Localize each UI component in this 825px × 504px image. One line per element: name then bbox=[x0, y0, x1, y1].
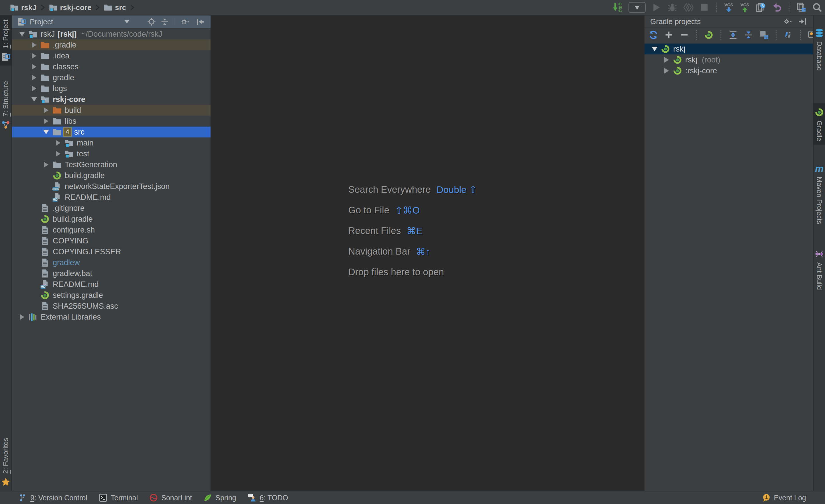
shortcut-hint: Recent Files⌘E bbox=[348, 225, 477, 237]
chevron-collapsed-icon[interactable] bbox=[40, 118, 52, 124]
project-tree-item-gradlew-bat[interactable]: gradlew.bat bbox=[12, 268, 211, 279]
status-bar-left: 9: Version ControlTerminalSonarLintSprin… bbox=[18, 493, 288, 502]
statusbar-sonarlint[interactable]: SonarLint bbox=[149, 493, 192, 502]
project-tree-item-readme-md[interactable]: MDREADME.md bbox=[12, 192, 211, 203]
project-tree-item-gradlew[interactable]: gradlew bbox=[12, 257, 211, 268]
project-locate-icon[interactable] bbox=[147, 17, 156, 26]
chevron-collapsed-icon[interactable] bbox=[16, 314, 28, 320]
tool-stripe-button-7-structure[interactable]: 7: Structure bbox=[0, 77, 12, 134]
chevron-collapsed-icon[interactable] bbox=[28, 86, 40, 91]
chevron-expanded-icon[interactable] bbox=[649, 47, 661, 51]
project-tree-item-main[interactable]: main bbox=[12, 138, 211, 148]
gradle-gradle-button[interactable] bbox=[704, 30, 714, 40]
chevron-collapsed-icon[interactable] bbox=[28, 64, 40, 70]
statusbar-event-log[interactable]: 1Event Log bbox=[762, 493, 806, 502]
project-tree-item-copying-lesser[interactable]: COPYING.LESSER bbox=[12, 246, 211, 257]
project-tree-item-classes[interactable]: classes bbox=[12, 61, 211, 72]
tool-stripe-button-2-favorites[interactable]: 2: Favorites bbox=[0, 434, 12, 491]
vcs-update-button[interactable]: VCS bbox=[723, 2, 734, 13]
project-tree-item--idea[interactable]: .idea bbox=[12, 51, 211, 61]
search-everywhere-button[interactable] bbox=[812, 2, 823, 13]
project-tree-item-gradle[interactable]: gradle bbox=[12, 72, 211, 83]
statusbar-9-version-control[interactable]: 9: Version Control bbox=[18, 493, 87, 502]
vcs-commit-button[interactable]: VCS bbox=[739, 2, 750, 13]
statusbar-spring[interactable]: Spring bbox=[203, 493, 236, 502]
project-tree-item-networkstateexportertest-json[interactable]: JSONnetworkStateExporterTest.json bbox=[12, 181, 211, 192]
stop-button[interactable] bbox=[699, 2, 710, 13]
project-tree-item--gitignore[interactable]: .gitignore bbox=[12, 203, 211, 214]
breadcrumb-label: rskj-core bbox=[60, 3, 92, 12]
binary-diff-button[interactable]: 011001 bbox=[612, 2, 623, 13]
chevron-collapsed-icon[interactable] bbox=[28, 75, 40, 80]
gradle-minus-button[interactable] bbox=[679, 30, 689, 40]
project-tree-item-copying[interactable]: COPYING bbox=[12, 235, 211, 246]
tool-stripe-button-gradle[interactable]: Gradle bbox=[813, 103, 825, 145]
project-tree-item-src[interactable]: 4src bbox=[12, 127, 211, 138]
project-tree-item-test[interactable]: test bbox=[12, 148, 211, 159]
compare-structure-button[interactable] bbox=[796, 2, 807, 13]
run-with-coverage-button[interactable] bbox=[683, 2, 694, 13]
tool-stripe-button-ant-build[interactable]: Ant Build bbox=[813, 245, 825, 294]
folder-icon bbox=[52, 116, 62, 126]
gradle-tree-item-rskj[interactable]: rskj bbox=[645, 44, 813, 55]
gradle-collapse-all2-button[interactable] bbox=[744, 30, 753, 40]
gradle-refresh-button[interactable] bbox=[649, 30, 658, 40]
project-tree-item-external-libraries[interactable]: External Libraries bbox=[12, 312, 211, 322]
file-text-icon bbox=[40, 203, 50, 213]
project-tree-item-rskj-core[interactable]: rskj-core bbox=[12, 94, 211, 105]
shortcut-keys: ⇧⌘O bbox=[395, 205, 420, 216]
tool-stripe-button-1-project[interactable]: 1: Project bbox=[0, 15, 12, 66]
tool-stripe-button-maven-projects[interactable]: mMaven Projects bbox=[813, 160, 825, 228]
chevron-collapsed-icon[interactable] bbox=[28, 53, 40, 59]
folder-module-icon bbox=[64, 138, 74, 148]
chevron-collapsed-icon[interactable] bbox=[28, 42, 40, 48]
chevron-collapsed-icon[interactable] bbox=[40, 107, 52, 113]
rollback-button[interactable] bbox=[771, 2, 782, 13]
gradle-hide-right-icon[interactable] bbox=[798, 17, 807, 26]
chevron-expanded-icon[interactable] bbox=[40, 130, 52, 134]
chevron-expanded-icon[interactable] bbox=[28, 97, 40, 102]
project-tree-item-build[interactable]: build bbox=[12, 105, 211, 116]
chevron-collapsed-icon[interactable] bbox=[52, 140, 64, 146]
gradle-attach-tasks-button[interactable] bbox=[759, 30, 769, 40]
gradle-tree-item--rskj-core[interactable]: :rskj-core bbox=[645, 65, 813, 76]
statusbar-6-todo[interactable]: 6: TODO bbox=[248, 493, 288, 502]
position-badge: 4 bbox=[63, 128, 72, 137]
chevron-collapsed-icon[interactable] bbox=[40, 162, 52, 168]
debug-button[interactable] bbox=[667, 2, 678, 13]
statusbar-terminal[interactable]: Terminal bbox=[99, 493, 138, 502]
project-tree-item-readme-md[interactable]: MDREADME.md bbox=[12, 279, 211, 290]
gradle-offline-button[interactable] bbox=[783, 30, 793, 40]
project-gear-dropdown-icon[interactable] bbox=[179, 17, 192, 26]
project-tree-item-settings-gradle[interactable]: settings.gradle bbox=[12, 290, 211, 301]
chevron-collapsed-icon[interactable] bbox=[661, 57, 673, 63]
project-tree-item-build-gradle[interactable]: build.gradle bbox=[12, 170, 211, 181]
chevron-expanded-icon[interactable] bbox=[16, 32, 28, 36]
gradle-tree-item-rskj[interactable]: rskj(root) bbox=[645, 55, 813, 65]
project-collapse-all-icon[interactable] bbox=[160, 17, 169, 26]
project-hide-left-icon[interactable] bbox=[196, 17, 205, 26]
tool-stripe-button-database[interactable]: Database bbox=[813, 24, 825, 75]
project-tree-item-testgeneration[interactable]: TestGeneration bbox=[12, 159, 211, 170]
project-tree-item-sha256sums-asc[interactable]: SHA256SUMS.asc bbox=[12, 301, 211, 312]
gradle-plus-button[interactable] bbox=[664, 30, 674, 40]
main-toolbar: rskJrskj-coresrc 011001VCSVCS bbox=[0, 0, 825, 15]
run-config-selector[interactable] bbox=[628, 2, 646, 13]
breadcrumb-item-rskj-core[interactable]: rskj-core bbox=[49, 3, 92, 12]
project-tree-item-libs[interactable]: libs bbox=[12, 116, 211, 127]
project-tree-item-configure-sh[interactable]: configure.sh bbox=[12, 225, 211, 235]
breadcrumb-item-rskJ[interactable]: rskJ bbox=[10, 3, 37, 12]
project-tree-item-rskj[interactable]: rskJ[rskj]~/Documents/code/rskJ bbox=[12, 29, 211, 39]
local-history-button[interactable] bbox=[755, 2, 766, 13]
run-button[interactable] bbox=[651, 2, 662, 13]
chevron-collapsed-icon[interactable] bbox=[661, 68, 673, 74]
gradle-expand-all-button[interactable] bbox=[728, 30, 738, 40]
project-tree-item--gradle[interactable]: .gradle bbox=[12, 39, 211, 51]
chevron-collapsed-icon[interactable] bbox=[52, 151, 64, 157]
project-tree-item-logs[interactable]: logs bbox=[12, 83, 211, 94]
svg-text:01: 01 bbox=[618, 9, 622, 12]
gradle-gear-dropdown-icon[interactable] bbox=[781, 17, 794, 26]
breadcrumb-item-src[interactable]: src bbox=[103, 3, 126, 12]
project-view-dropdown-icon[interactable] bbox=[125, 20, 129, 23]
project-tree-item-build-gradle[interactable]: build.gradle bbox=[12, 214, 211, 225]
